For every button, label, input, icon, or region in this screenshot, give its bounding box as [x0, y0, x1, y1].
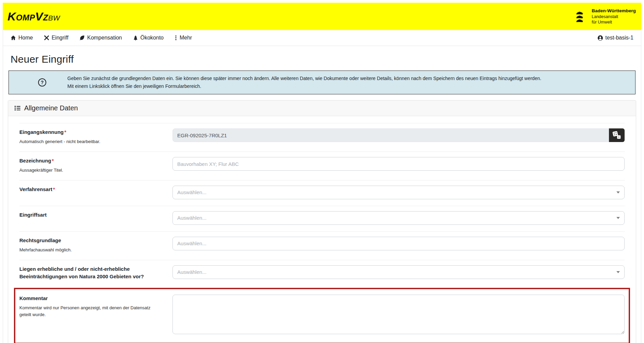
- tree-icon: [133, 35, 138, 41]
- app-header: KompVzBW Baden-Württemberg Landesanstalt…: [3, 3, 641, 30]
- page-title: Neuer Eingriff: [11, 53, 633, 65]
- home-icon: [11, 35, 16, 41]
- state-logo-line2: Landesanstalt: [592, 14, 636, 19]
- field-row-verfahrensart: Verfahrensart*: [19, 180, 625, 206]
- verfahrensart-select[interactable]: [172, 186, 625, 199]
- nav-item-kompensation[interactable]: Kompensation: [79, 35, 122, 41]
- app-logo[interactable]: KompVzBW: [7, 10, 60, 23]
- info-banner-text: Geben Sie zunächst die grundlegenden Dat…: [67, 75, 541, 90]
- nav-item-home[interactable]: Home: [11, 35, 33, 41]
- required-asterisk: *: [53, 186, 55, 192]
- nav-label: Ökokonto: [141, 35, 164, 41]
- help-circle-icon: ?: [38, 78, 46, 87]
- nav-label: Home: [18, 35, 33, 41]
- field-label-bezeichnung: Bezeichnung: [19, 158, 51, 163]
- info-banner: ? Geben Sie zunächst die grundlegenden D…: [9, 71, 635, 94]
- nav-item-oekokonto[interactable]: Ökokonto: [133, 35, 164, 41]
- page-container: Home Eingriff Kompensation Ökokonto Mehr: [3, 30, 641, 343]
- field-hint-bezeichnung: Aussagekräftiger Titel.: [19, 167, 155, 174]
- coat-of-arms-icon: [576, 10, 588, 23]
- required-asterisk: *: [52, 158, 54, 163]
- generate-id-button[interactable]: [609, 128, 625, 142]
- card-body: Eingangskennung* Automatisch generiert -…: [8, 116, 636, 343]
- field-row-bezeichnung: Bezeichnung* Aussagekräftiger Titel.: [19, 152, 625, 180]
- kommentar-textarea[interactable]: [172, 295, 625, 334]
- field-label-rechtsgrundlage: Rechtsgrundlage: [19, 237, 61, 243]
- rechtsgrundlage-multiselect[interactable]: [172, 237, 625, 250]
- section-title: Allgemeine Daten: [24, 104, 78, 112]
- dice-icon: [612, 131, 621, 140]
- leaf-icon: [79, 35, 85, 41]
- main-nav: Home Eingriff Kompensation Ökokonto Mehr: [3, 30, 641, 46]
- app-logo-suffix: BW: [48, 14, 60, 22]
- user-menu[interactable]: test-basis-1: [597, 35, 633, 41]
- allgemeine-daten-card: Allgemeine Daten Eingangskennung* Automa…: [8, 100, 636, 343]
- field-hint-eingangskennung: Automatisch generiert - nicht bearbeitba…: [19, 138, 155, 145]
- field-row-natura2000: Liegen erhebliche und / oder nicht-erheb…: [19, 260, 625, 287]
- username: test-basis-1: [605, 35, 633, 41]
- field-hint-kommentar: Kommentar wird nur Personen angezeigt, m…: [19, 305, 155, 318]
- bezeichnung-input[interactable]: [172, 157, 625, 171]
- ellipsis-vertical-icon: [175, 35, 177, 41]
- field-label-eingriffsart: Eingriffsart: [19, 212, 47, 218]
- field-row-eingangskennung: Eingangskennung* Automatisch generiert -…: [19, 123, 625, 152]
- required-asterisk: *: [64, 129, 66, 135]
- state-logo: Baden-Württemberg Landesanstalt für Umwe…: [576, 8, 636, 25]
- list-icon: [14, 105, 21, 111]
- field-row-rechtsgrundlage: Rechtsgrundlage Mehrfachauswahl möglich.: [19, 231, 625, 260]
- field-label-verfahrensart: Verfahrensart: [19, 186, 52, 192]
- nav-item-eingriff[interactable]: Eingriff: [44, 35, 69, 41]
- eingriffsart-select[interactable]: [172, 211, 625, 225]
- natura2000-select[interactable]: [172, 265, 625, 279]
- card-header: Allgemeine Daten: [8, 100, 636, 116]
- kommentar-highlight-box: Kommentar Kommentar wird nur Personen an…: [14, 288, 630, 343]
- field-label-natura2000: Liegen erhebliche und / oder nicht-erheb…: [19, 265, 152, 280]
- nav-item-mehr[interactable]: Mehr: [175, 35, 192, 41]
- info-line-1: Geben Sie zunächst die grundlegenden Dat…: [67, 75, 541, 82]
- state-logo-line3: für Umwelt: [592, 19, 636, 25]
- field-label-kommentar: Kommentar: [19, 295, 172, 302]
- nav-label: Kompensation: [87, 35, 122, 41]
- field-row-eingriffsart: Eingriffsart: [19, 206, 625, 231]
- nav-label: Eingriff: [52, 35, 69, 41]
- field-row-kommentar: Kommentar Kommentar wird nur Personen an…: [19, 293, 625, 337]
- state-logo-line1: Baden-Württemberg: [592, 8, 636, 14]
- nav-label: Mehr: [180, 35, 192, 41]
- info-line-2: Mit einem Linksklick öffnen Sie den jewe…: [67, 82, 541, 90]
- eingangskennung-input: [172, 128, 609, 142]
- main-content: Neuer Eingriff ? Geben Sie zunächst die …: [3, 53, 641, 343]
- app-logo-text: KompVz: [7, 10, 48, 23]
- tools-icon: [44, 35, 49, 41]
- user-circle-icon: [597, 35, 603, 41]
- field-hint-rechtsgrundlage: Mehrfachauswahl möglich.: [19, 247, 155, 253]
- field-label-eingangskennung: Eingangskennung: [19, 129, 64, 135]
